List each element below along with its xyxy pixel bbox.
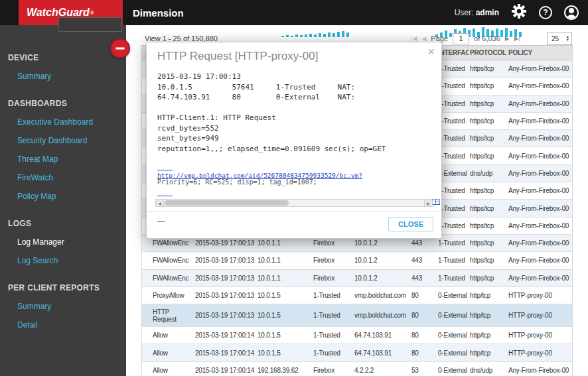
- column-header[interactable]: POLICY: [507, 46, 573, 60]
- settings-gear-icon[interactable]: [511, 3, 527, 22]
- account-icon[interactable]: [564, 5, 579, 20]
- histogram-bar: [319, 33, 321, 37]
- histogram-bar: [328, 32, 331, 37]
- log-cell: 443: [410, 270, 437, 286]
- log-cell: vmp.boldchat.com: [353, 304, 410, 326]
- sidebar-item-summary[interactable]: Summary: [0, 297, 126, 316]
- http-request-modal: HTTP Request [HTTP-proxy-00] × 2015-03-1…: [146, 42, 442, 239]
- scroll-right-icon[interactable]: ▶: [424, 200, 432, 206]
- user-name: admin: [476, 8, 499, 17]
- log-row[interactable]: HTTP Request2015-03-19 17:00:1310.0.1.51…: [142, 304, 572, 327]
- histogram-bar: [346, 32, 349, 37]
- device-selector[interactable]: [58, 17, 122, 32]
- sidebar-item-threat-map[interactable]: Threat Map: [0, 150, 126, 168]
- log-cell: 1-Trusted: [312, 287, 353, 304]
- log-row[interactable]: FWAllowEnc2015-03-19 17:00:1310.0.1.1Fir…: [142, 270, 572, 287]
- scroll-left-icon[interactable]: ◀: [156, 200, 164, 206]
- sidebar-item-log-manager[interactable]: Log Manager: [0, 233, 126, 251]
- modal-horizontal-scrollbar[interactable]: ◀ ▶: [155, 199, 433, 207]
- log-row[interactable]: Allow2015-03-19 17:00:1410.0.1.51-Truste…: [142, 344, 572, 361]
- sidebar-item-firewatch[interactable]: FireWatch: [0, 168, 126, 187]
- sidebar-section: PER CLIENT REPORTSSummaryDetail: [0, 275, 126, 334]
- log-cell: 0-External: [437, 304, 469, 326]
- sidebar-nav: DEVICESummaryDASHBOARDSExecutive Dashboa…: [0, 45, 126, 334]
- log-cell: 1-Trusted: [437, 270, 469, 286]
- log-cell: Any-From-Firebox-00: [507, 130, 573, 147]
- log-row[interactable]: ProxyAllow2015-03-19 17:00:1310.0.1.51-T…: [142, 287, 572, 304]
- histogram-bar: [309, 34, 312, 37]
- help-icon[interactable]: ?: [539, 6, 552, 19]
- modal-meta-text: Priority=6; RC=525; disp=1; tag_id=1007;: [157, 178, 317, 186]
- spinner-arrows-icon: ▲▼: [566, 35, 569, 42]
- sidebar-item-log-search[interactable]: Log Search: [0, 251, 126, 270]
- log-cell: 10.0.1.1: [256, 252, 312, 269]
- log-cell: Any-From-Firebox-00: [507, 270, 573, 286]
- log-row[interactable]: Allow2015-03-19 17:00:14192.168.39.62Fir…: [142, 362, 572, 376]
- log-cell: Any-From-Firebox-00: [507, 362, 573, 376]
- close-button[interactable]: CLOSE: [388, 217, 433, 231]
- sidebar-section-title: PER CLIENT REPORTS: [0, 275, 126, 297]
- log-cell: 1-Trusted: [312, 304, 353, 326]
- histogram-bar: [300, 35, 303, 37]
- histogram-bar: [291, 36, 293, 37]
- sidebar-item-detail[interactable]: Detail: [0, 316, 126, 334]
- sidebar-item-security-dashboard[interactable]: Security Dashboard: [0, 131, 126, 150]
- account-icon-head: [569, 8, 574, 13]
- sidebar-section-title: DEVICE: [0, 45, 126, 67]
- log-cell: https/tcp: [469, 235, 507, 251]
- minus-icon: [116, 48, 125, 50]
- log-row[interactable]: Allow2015-03-19 17:00:1410.0.1.51-Truste…: [142, 327, 572, 344]
- next-page-icon[interactable]: ▶: [505, 35, 510, 42]
- first-page-icon[interactable]: |◀: [411, 35, 417, 42]
- log-cell: 10.0.1.1: [256, 270, 312, 286]
- log-cell: https/tcp: [469, 60, 507, 77]
- page-input[interactable]: [453, 33, 469, 44]
- log-cell: 2015-03-19 17:00:14: [194, 327, 256, 344]
- scrollbar-thumb[interactable]: [165, 200, 289, 206]
- log-cell: 80: [410, 327, 437, 344]
- log-cell: https/tcp: [469, 147, 507, 164]
- log-cell: Any-From-Firebox-00: [507, 95, 573, 112]
- histogram-bar: [295, 34, 298, 37]
- page-size-select[interactable]: 25 ▲▼: [547, 32, 572, 45]
- log-cell: Any-From-Firebox-00: [507, 218, 573, 234]
- sidebar-section-title: LOGS: [0, 211, 126, 233]
- sidebar-item-summary[interactable]: Summary: [0, 67, 126, 86]
- log-cell: Firebox: [312, 362, 353, 376]
- log-cell: https/tcp: [469, 78, 507, 94]
- log-cell: https/tcp: [469, 270, 507, 286]
- log-cell: 10.0.1.5: [256, 327, 312, 344]
- last-page-icon[interactable]: ▶|: [514, 35, 520, 42]
- column-header[interactable]: PROTOCOL: [469, 46, 507, 60]
- log-cell: Allow: [142, 362, 194, 376]
- user-label: User:: [455, 8, 474, 17]
- close-icon[interactable]: ×: [427, 45, 435, 59]
- log-cell: https/tcp: [469, 200, 507, 216]
- log-cell: Allow: [142, 327, 194, 344]
- sidebar: DEVICESummaryDASHBOARDSExecutive Dashboa…: [0, 25, 126, 376]
- log-cell: 2015-03-19 17:00:13: [194, 270, 256, 286]
- sidebar-collapse-button[interactable]: [110, 38, 130, 58]
- previous-page-icon[interactable]: ◀: [421, 35, 426, 42]
- page-size-value: 25: [551, 35, 559, 42]
- log-cell: 2015-03-19 17:00:13: [194, 287, 256, 304]
- log-cell: HTTP-proxy-00: [507, 287, 573, 304]
- log-cell: 10.0.1.2: [353, 252, 410, 269]
- log-cell: https/tcp: [469, 113, 507, 129]
- log-cell: 53: [410, 362, 437, 376]
- account-icon-body: [567, 15, 577, 20]
- log-cell: Any-From-Firebox-00: [507, 147, 573, 164]
- log-cell: http/tcp: [469, 344, 507, 361]
- log-cell: https/tcp: [469, 130, 507, 147]
- log-cell: dns/udp: [469, 362, 507, 376]
- sidebar-item-policy-map[interactable]: Policy Map: [0, 187, 126, 206]
- log-row[interactable]: FWAllowEnc2015-03-19 17:00:1310.0.1.1Fir…: [142, 252, 572, 269]
- log-cell: 192.168.39.62: [256, 362, 312, 376]
- log-cell: 80: [410, 344, 437, 361]
- sidebar-item-executive-dashboard[interactable]: Executive Dashboard: [0, 113, 126, 131]
- page-total-label: of 6,036: [474, 34, 500, 42]
- log-cell: 1-Trusted: [312, 344, 353, 361]
- log-cell: 0-External: [437, 287, 469, 304]
- modal-detail-text: 2015-03-19 17:00:13 10.0.1.5 57641 1-Tru…: [157, 72, 386, 154]
- log-cell: https/tcp: [469, 182, 507, 199]
